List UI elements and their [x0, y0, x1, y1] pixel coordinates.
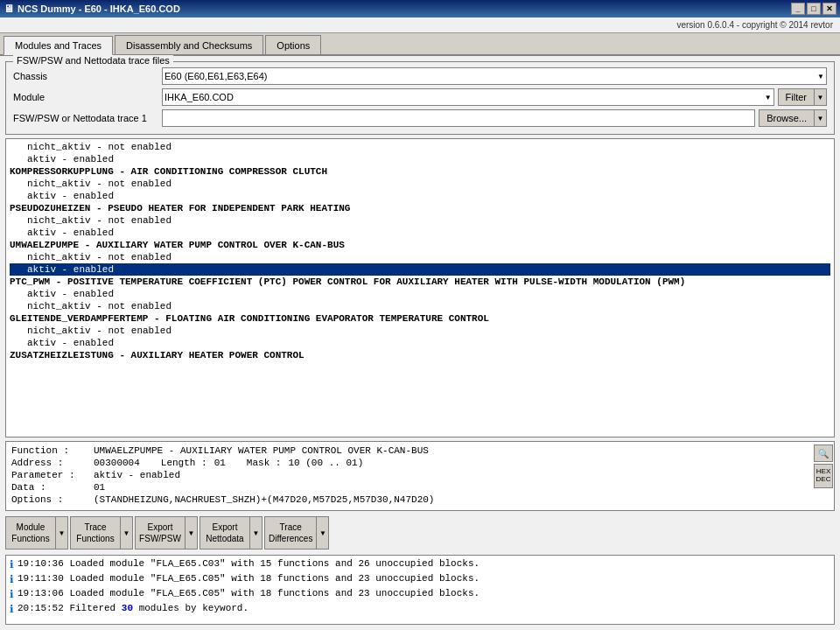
chassis-row: Chassis E60 (E60,E61,E63,E64) ▼ [13, 67, 827, 85]
function-value: UMWAELZPUMPE - AUXILIARY WATER PUMP CONT… [94, 445, 429, 456]
options-label: Options : [11, 494, 90, 505]
version-bar: version 0.6.0.4 - copyright © 2014 revto… [0, 18, 840, 33]
trace-item[interactable]: nicht_aktiv - not enabled [10, 178, 830, 190]
trace-item[interactable]: nicht_aktiv - not enabled [10, 300, 830, 312]
main-content: FSW/PSW and Nettodata trace files Chassi… [0, 56, 840, 630]
app-icon: 🖥 [4, 3, 14, 15]
trace-item[interactable]: GLEITENDE_VERDAMPFERTEMP - FLOATING AIR … [10, 312, 830, 325]
log-panel: ℹ19:10:36 Loaded module "FLA_E65.C03" wi… [5, 555, 835, 625]
title-bar: 🖥 NCS Dummy - E60 - IHKA_E60.COD _ □ ✕ [0, 0, 840, 18]
chassis-combo-arrow: ▼ [817, 73, 824, 80]
info-icon: ℹ [10, 558, 14, 571]
module-row: Module IHKA_E60.COD ▼ Filter ▼ [13, 88, 827, 106]
title-bar-left: 🖥 NCS Dummy - E60 - IHKA_E60.COD [4, 3, 180, 15]
data-row: Data : 01 [11, 481, 809, 494]
fsw-group-box: FSW/PSW and Nettodata trace files Chassi… [5, 61, 835, 135]
export-fsw-psw-button[interactable]: Export FSW/PSW ▼ [135, 516, 198, 550]
trace-item[interactable]: nicht_aktiv - not enabled [10, 325, 830, 337]
parameter-value: aktiv - enabled [94, 470, 180, 480]
address-row: Address : 00300004 Length : 01 Mask : 10… [11, 457, 809, 469]
tab-modules-traces[interactable]: Modules and Traces [4, 36, 113, 55]
browse-dropdown-button[interactable]: ▼ [815, 109, 827, 127]
trace-item[interactable]: aktiv - enabled [10, 190, 830, 202]
title-bar-controls: _ □ ✕ [791, 3, 836, 15]
filter-button[interactable]: Filter [778, 88, 815, 106]
minimize-button[interactable]: _ [791, 3, 805, 15]
chassis-label: Chassis [13, 71, 162, 81]
trace-item[interactable]: aktiv - enabled [10, 227, 830, 239]
trace-item[interactable]: nicht_aktiv - not enabled [10, 141, 830, 153]
trace-item[interactable]: aktiv - enabled [10, 337, 830, 349]
trace-functions-button[interactable]: Trace Functions ▼ [70, 516, 133, 550]
info-icon: ℹ [10, 588, 14, 601]
browse-button[interactable]: Browse... [759, 109, 815, 127]
mask-label: Mask : [247, 458, 282, 468]
fsw-label: FSW/PSW or Nettodata trace 1 [13, 113, 162, 123]
trace-item[interactable]: aktiv - enabled [10, 153, 830, 165]
trace-list[interactable]: nicht_aktiv - not enabledaktiv - enabled… [5, 138, 835, 438]
data-label: Data : [11, 482, 90, 493]
info-panel: Function : UMWAELZPUMPE - AUXILIARY WATE… [5, 441, 835, 511]
function-row: Function : UMWAELZPUMPE - AUXILIARY WATE… [11, 444, 809, 457]
trace-item[interactable]: UMWAELZPUMPE - AUXILIARY WATER PUMP CONT… [10, 239, 830, 251]
chassis-input-area: E60 (E60,E61,E63,E64) ▼ [162, 67, 827, 85]
log-text: 19:10:36 Loaded module "FLA_E65.C03" wit… [18, 558, 480, 569]
info-side-buttons: 🔍 HEXDEC [814, 444, 833, 488]
data-value: 01 [94, 482, 105, 493]
fsw-input[interactable] [162, 109, 755, 127]
tab-options[interactable]: Options [265, 35, 321, 54]
module-functions-button[interactable]: Module Functions ▼ [5, 516, 68, 550]
parameter-label: Parameter : [11, 470, 90, 480]
chassis-value: E60 (E60,E61,E63,E64) [164, 71, 267, 81]
magnifier-button[interactable]: 🔍 [814, 444, 833, 462]
maximize-button[interactable]: □ [807, 3, 821, 15]
toolbar: Module Functions ▼ Trace Functions ▼ Exp… [5, 514, 835, 551]
tab-bar: Modules and Traces Disassembly and Check… [0, 33, 840, 56]
options-value: (STANDHEIZUNG,NACHRUEST_SHZH)+(M47D20,M5… [94, 494, 434, 505]
options-row: Options : (STANDHEIZUNG,NACHRUEST_SHZH)+… [11, 494, 809, 506]
function-label: Function : [11, 445, 90, 456]
length-label: Length : [161, 458, 207, 468]
log-item: ℹ19:13:06 Loaded module "FLA_E65.C05" wi… [10, 587, 830, 602]
fsw-input-area: Browse... ▼ [162, 109, 827, 127]
module-label: Module [13, 92, 162, 102]
trace-item[interactable]: PSEUDOZUHEIZEN - PSEUDO HEATER FOR INDEP… [10, 202, 830, 214]
info-icon: ℹ [10, 573, 14, 586]
tab-disassembly[interactable]: Disassembly and Checksums [115, 35, 263, 54]
log-text: 19:11:30 Loaded module "FLA_E65.C05" wit… [18, 573, 480, 584]
trace-item[interactable]: PTC_PWM - POSITIVE TEMPERATURE COEFFICIE… [10, 276, 830, 288]
info-icon: ℹ [10, 603, 14, 616]
address-value: 00300004 [94, 458, 140, 468]
parameter-row: Parameter : aktiv - enabled [11, 469, 809, 481]
version-text: version 0.6.0.4 - copyright © 2014 revto… [676, 20, 833, 30]
trace-item[interactable]: KOMPRESSORKUPPLUNG - AIR CONDITIONING CO… [10, 165, 830, 178]
trace-list-inner: nicht_aktiv - not enabledaktiv - enabled… [10, 141, 830, 361]
trace-item[interactable]: aktiv - enabled [10, 263, 830, 276]
export-nettodata-button[interactable]: Export Nettodata ▼ [200, 516, 262, 550]
log-text: 20:15:52 Filtered 30 modules by keyword. [18, 603, 248, 613]
trace-item[interactable]: ZUSATZHEIZLEISTUNG - AUXILIARY HEATER PO… [10, 349, 830, 361]
module-input-area: IHKA_E60.COD ▼ Filter ▼ [162, 88, 827, 106]
filter-dropdown-button[interactable]: ▼ [815, 88, 827, 106]
module-combo[interactable]: IHKA_E60.COD ▼ [162, 88, 774, 106]
trace-item[interactable]: aktiv - enabled [10, 288, 830, 300]
trace-differences-button[interactable]: Trace Differences ▼ [264, 516, 329, 550]
module-combo-arrow: ▼ [765, 94, 772, 102]
close-button[interactable]: ✕ [822, 3, 836, 15]
address-label: Address : [11, 458, 90, 468]
info-panel-container: Function : UMWAELZPUMPE - AUXILIARY WATE… [5, 441, 835, 511]
chassis-combo[interactable]: E60 (E60,E61,E63,E64) ▼ [162, 67, 827, 85]
group-box-title: FSW/PSW and Nettodata trace files [13, 55, 173, 66]
trace-item[interactable]: nicht_aktiv - not enabled [10, 251, 830, 263]
length-value: 01 [214, 458, 226, 468]
log-item: ℹ19:10:36 Loaded module "FLA_E65.C03" wi… [10, 557, 830, 572]
module-value: IHKA_E60.COD [164, 92, 234, 102]
fsw-row: FSW/PSW or Nettodata trace 1 Browse... ▼ [13, 109, 827, 127]
log-item: ℹ19:11:30 Loaded module "FLA_E65.C05" wi… [10, 572, 830, 587]
hex-dec-button[interactable]: HEXDEC [814, 464, 833, 488]
mask-value: 10 (00 .. 01) [288, 458, 363, 468]
log-item: ℹ20:15:52 Filtered 30 modules by keyword… [10, 602, 830, 617]
log-text: 19:13:06 Loaded module "FLA_E65.C05" wit… [18, 588, 480, 598]
window-title: NCS Dummy - E60 - IHKA_E60.COD [18, 4, 180, 14]
trace-item[interactable]: nicht_aktiv - not enabled [10, 214, 830, 227]
